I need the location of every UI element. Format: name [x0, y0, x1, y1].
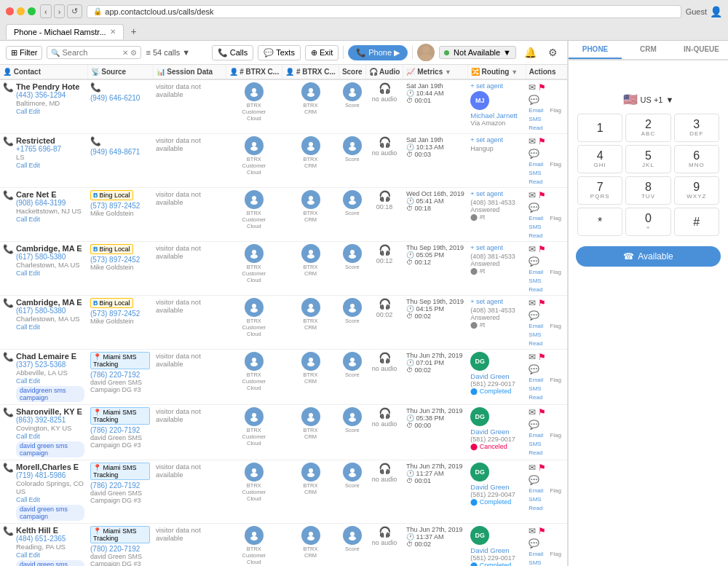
set-agent-button[interactable]: + set agent: [470, 136, 523, 144]
set-agent-button[interactable]: + set agent: [470, 244, 523, 251]
keypad-key-star[interactable]: *: [577, 208, 622, 236]
exit-button[interactable]: ⊕ Exit: [305, 45, 339, 60]
call-action-button[interactable]: Call: [16, 108, 28, 115]
keypad-key-hash[interactable]: #: [674, 208, 719, 236]
source-phone[interactable]: (786) 220-7192: [90, 426, 150, 434]
texts-button[interactable]: 💬 Texts: [258, 45, 301, 60]
keypad-key-3[interactable]: 3DEF: [674, 114, 719, 142]
flag-icon[interactable]: ⚑: [538, 352, 546, 362]
flag-icon[interactable]: ⚑: [538, 526, 546, 536]
edit-action-button[interactable]: Edit: [29, 270, 41, 277]
available-button[interactable]: ☎ Available: [576, 246, 721, 267]
sms-icon[interactable]: 💬: [529, 475, 539, 485]
tab-in-queue[interactable]: IN-QUEUE: [675, 41, 728, 59]
set-agent-button[interactable]: + set agent: [470, 298, 523, 305]
edit-action-button[interactable]: Edit: [29, 551, 41, 559]
contact-phone[interactable]: (617) 580-5380: [16, 307, 82, 315]
call-action-button[interactable]: Call: [16, 162, 28, 169]
new-tab-button[interactable]: +: [127, 23, 141, 40]
keypad-key-7[interactable]: 7PQRS: [577, 176, 622, 205]
flag-icon[interactable]: ⚑: [538, 244, 546, 254]
edit-action-button[interactable]: Edit: [29, 108, 41, 115]
contact-phone[interactable]: +1765 696-87: [16, 145, 61, 153]
set-agent-button[interactable]: + set agent: [470, 82, 523, 90]
contact-call-icon[interactable]: 📞: [3, 407, 14, 417]
call-action-button[interactable]: Call: [16, 551, 28, 559]
contact-phone[interactable]: (443) 356-1294: [16, 91, 79, 99]
sms-icon[interactable]: 💬: [529, 538, 539, 549]
contact-call-icon[interactable]: 📞: [3, 352, 14, 362]
phone-button[interactable]: 📞 Phone ▶: [348, 45, 408, 60]
contact-phone[interactable]: (908) 684-3199: [16, 199, 82, 207]
minimize-window-button[interactable]: [17, 7, 25, 15]
email-icon[interactable]: ✉: [529, 352, 536, 362]
edit-action-button[interactable]: Edit: [29, 216, 41, 223]
agent-name[interactable]: David Green: [470, 372, 523, 380]
email-icon[interactable]: ✉: [529, 82, 536, 93]
status-button[interactable]: Not Available ▼: [439, 46, 516, 59]
sms-icon[interactable]: 💬: [529, 95, 539, 105]
active-tab[interactable]: Phone - Michael Ramstr... ✕: [6, 24, 124, 39]
edit-action-button[interactable]: Edit: [29, 433, 41, 440]
call-action-button[interactable]: Call: [16, 433, 28, 440]
flag-icon[interactable]: ⚑: [538, 136, 546, 146]
flag-icon[interactable]: ⚑: [538, 407, 546, 417]
contact-phone[interactable]: (484) 651-2365: [16, 535, 84, 543]
clear-search-icon[interactable]: ✕: [122, 49, 128, 57]
edit-action-button[interactable]: Edit: [29, 496, 41, 503]
source-phone[interactable]: (573) 897-2452: [90, 256, 150, 264]
source-phone[interactable]: (780) 220-7192: [90, 545, 150, 553]
close-window-button[interactable]: [6, 7, 14, 15]
keypad-key-2[interactable]: 2ABC: [625, 114, 670, 142]
address-bar[interactable]: 🔒 app.contactcloud.us/calls/desk: [87, 5, 681, 18]
contact-call-icon[interactable]: 📞: [3, 82, 14, 93]
contact-phone[interactable]: (863) 392-8251: [16, 416, 84, 424]
keypad-key-4[interactable]: 4GHI: [577, 145, 622, 173]
contact-phone[interactable]: (337) 523-5368: [16, 361, 84, 369]
source-phone[interactable]: (786) 220-7192: [90, 371, 150, 379]
keypad-key-0[interactable]: 0+: [625, 208, 670, 236]
flag-icon[interactable]: ⚑: [538, 82, 546, 93]
set-agent-button[interactable]: + set agent: [470, 190, 523, 197]
email-icon[interactable]: ✉: [529, 190, 536, 200]
notifications-icon[interactable]: 🔔: [521, 44, 540, 60]
contact-call-icon[interactable]: 📞: [3, 190, 14, 200]
agent-name[interactable]: Michael Jarnett: [470, 111, 523, 119]
email-icon[interactable]: ✉: [529, 407, 536, 417]
keypad-key-8[interactable]: 8TUV: [625, 176, 670, 205]
source-phone[interactable]: (949) 649-8671: [90, 148, 150, 156]
call-action-button[interactable]: Call: [16, 323, 28, 331]
source-phone[interactable]: (573) 897-2452: [90, 202, 150, 210]
call-action-button[interactable]: Call: [16, 496, 28, 503]
flag-icon[interactable]: ⚑: [538, 298, 546, 308]
keypad-key-5[interactable]: 5JKL: [625, 145, 670, 173]
agent-name[interactable]: David Green: [470, 483, 523, 491]
source-phone[interactable]: (573) 897-2452: [90, 310, 150, 318]
flag-icon[interactable]: ⚑: [538, 463, 546, 473]
search-input[interactable]: [62, 48, 120, 57]
call-action-button[interactable]: Call: [16, 216, 28, 223]
contact-phone[interactable]: (617) 580-5380: [16, 253, 82, 261]
settings-icon[interactable]: ⚙: [545, 44, 561, 60]
email-icon[interactable]: ✉: [529, 526, 536, 536]
fullscreen-window-button[interactable]: [28, 7, 36, 15]
edit-action-button[interactable]: Edit: [29, 377, 41, 385]
contact-call-icon[interactable]: 📞: [3, 136, 14, 146]
th-routing[interactable]: 🔀 Routing ▼: [467, 65, 526, 79]
back-button[interactable]: ‹: [40, 4, 52, 18]
contact-call-icon[interactable]: 📞: [3, 463, 14, 473]
filter-button[interactable]: ⊞ Filter: [6, 46, 42, 60]
agent-name[interactable]: David Green: [470, 546, 523, 554]
agent-name[interactable]: David Green: [470, 428, 523, 436]
email-icon[interactable]: ✉: [529, 463, 536, 473]
email-icon[interactable]: ✉: [529, 244, 536, 254]
forward-button[interactable]: ›: [54, 4, 66, 18]
keypad-key-6[interactable]: 6MNO: [674, 145, 719, 173]
keypad-key-1[interactable]: 1: [577, 114, 622, 142]
calls-button[interactable]: 📞 Calls: [212, 45, 253, 60]
contact-call-icon[interactable]: 📞: [3, 244, 14, 254]
source-phone[interactable]: (786) 220-7192: [90, 482, 150, 490]
sms-icon[interactable]: 💬: [529, 149, 539, 159]
reload-button[interactable]: ↺: [67, 4, 82, 18]
call-action-button[interactable]: Call: [16, 270, 28, 277]
